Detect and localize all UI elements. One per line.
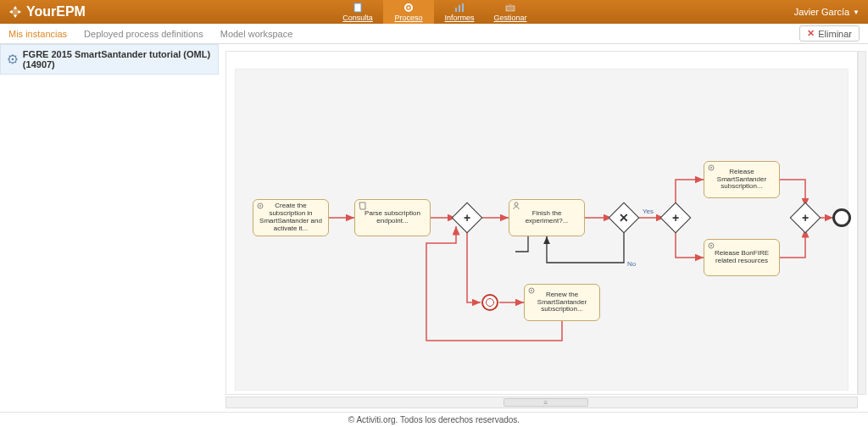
briefcase-icon: [504, 2, 516, 14]
service-task-icon: [256, 202, 266, 210]
body: FGRE 2015 SmartSantander tutorial (OML) …: [0, 44, 868, 412]
brand-icon: [8, 5, 22, 19]
svg-rect-6: [459, 5, 460, 12]
nav-label: Gestionar: [493, 14, 526, 22]
svg-point-21: [515, 202, 518, 206]
service-task-icon: [707, 241, 717, 250]
svg-rect-7: [462, 3, 464, 12]
svg-point-11: [12, 58, 14, 61]
delete-button[interactable]: ✕ Eliminar: [799, 25, 860, 42]
gear-icon: [403, 2, 415, 14]
sidebar: FGRE 2015 SmartSantander tutorial (OML) …: [0, 44, 219, 412]
timer-event[interactable]: [481, 294, 498, 311]
task-finish-experiment[interactable]: Finish the experiment?...: [509, 199, 585, 236]
chevron-down-icon: ▼: [853, 8, 860, 16]
footer: © Activiti.org. Todos los derechos reser…: [0, 412, 868, 427]
script-task-icon: [358, 202, 368, 210]
brand-text: YourEPM: [26, 4, 86, 19]
grip-icon: ≡: [544, 399, 549, 407]
svg-point-27: [710, 245, 712, 247]
task-release-bonfire[interactable]: Release BonFIRE related resources: [704, 239, 780, 276]
svg-rect-5: [455, 8, 457, 12]
service-task-icon: [527, 286, 537, 295]
gear-icon: [8, 53, 18, 65]
chart-icon: [453, 2, 465, 14]
instance-label: FGRE 2015 SmartSantander tutorial (OML) …: [23, 49, 211, 69]
nav-proceso[interactable]: Proceso: [383, 0, 434, 24]
svg-point-23: [531, 290, 532, 291]
canvas-frame[interactable]: Create the subscription in SmartSantande…: [225, 51, 858, 395]
svg-point-4: [408, 7, 410, 9]
instance-item[interactable]: FGRE 2015 SmartSantander tutorial (OML) …: [0, 44, 219, 75]
svg-point-0: [12, 8, 19, 15]
canvas-wrap: Create the subscription in SmartSantande…: [219, 44, 868, 412]
nav-consulta[interactable]: Consulta: [332, 0, 383, 24]
svg-rect-1: [354, 3, 361, 12]
document-icon: [352, 2, 364, 14]
svg-rect-8: [506, 6, 515, 11]
end-event[interactable]: [832, 208, 851, 227]
nav-label: Informes: [444, 14, 474, 22]
nav-gestionar[interactable]: Gestionar: [485, 0, 536, 24]
tab-deployed-definitions[interactable]: Deployed process definitions: [84, 29, 203, 39]
brand: YourEPM: [0, 0, 94, 24]
top-nav: Consulta Proceso Informes Gestionar: [332, 0, 536, 24]
user-name: Javier García: [794, 7, 849, 17]
nav-informes[interactable]: Informes: [434, 0, 485, 24]
svg-point-20: [259, 205, 261, 207]
scroll-thumb[interactable]: ≡: [504, 398, 588, 407]
vertical-scrollbar[interactable]: [858, 51, 866, 395]
horizontal-scrollbar[interactable]: ≡: [225, 396, 858, 408]
svg-rect-9: [509, 4, 512, 6]
top-header: YourEPM Consulta Proceso Informes Gestio…: [0, 0, 868, 24]
service-task-icon: [707, 164, 717, 172]
task-label: Renew the SmartSantander subscription...: [530, 291, 594, 313]
close-icon: ✕: [807, 28, 815, 39]
task-label: Release BonFIRE related resources: [709, 250, 774, 265]
svg-point-25: [710, 167, 712, 169]
user-menu[interactable]: Javier García ▼: [786, 0, 868, 24]
task-label: Release SmartSantander subscription...: [709, 169, 774, 191]
nav-label: Proceso: [394, 14, 422, 22]
tab-model-workspace[interactable]: Model workspace: [220, 29, 293, 39]
nav-label: Consulta: [342, 14, 373, 22]
task-create-subscription[interactable]: Create the subscription in SmartSantande…: [253, 199, 329, 236]
task-label: Parse subscription endpoint...: [360, 210, 425, 225]
task-parse-endpoint[interactable]: Parse subscription endpoint...: [354, 199, 431, 236]
task-label: Create the subscription in SmartSantande…: [259, 202, 323, 232]
flow-label-no: No: [627, 260, 636, 268]
task-renew-subscription[interactable]: Renew the SmartSantander subscription...: [524, 284, 600, 321]
task-release-smartsantander[interactable]: Release SmartSantander subscription...: [704, 161, 780, 198]
delete-label: Eliminar: [818, 29, 852, 39]
footer-text: © Activiti.org. Todos los derechos reser…: [348, 415, 520, 424]
flow-label-yes: Yes: [643, 208, 654, 215]
task-label: Finish the experiment?...: [515, 210, 579, 225]
tab-mis-instancias[interactable]: Mis instancias: [8, 29, 67, 39]
user-task-icon: [512, 202, 522, 210]
sub-tabs-row: Mis instancias Deployed process definiti…: [0, 24, 868, 44]
bpmn-canvas[interactable]: Create the subscription in SmartSantande…: [235, 69, 849, 391]
